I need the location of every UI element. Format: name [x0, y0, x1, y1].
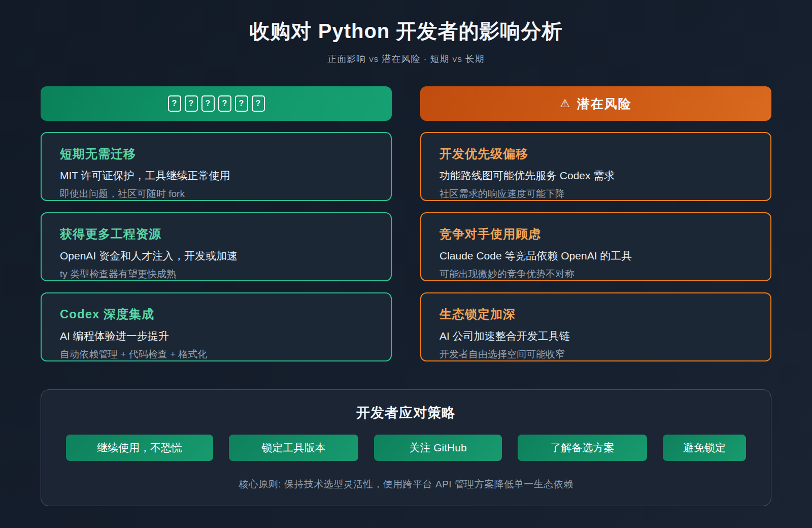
infographic-root: 收购对 Python 开发者的影响分析 正面影响 vs 潜在风险 · 短期 vs…: [0, 17, 812, 506]
page-title: 收购对 Python 开发者的影响分析: [41, 17, 771, 45]
card-title: 短期无需迁移: [60, 146, 373, 162]
card-note: ty 类型检查器有望更快成熟: [60, 268, 373, 281]
positive-card-short-term: 短期无需迁移 MIT 许可证保护，工具继续正常使用 即使出问题，社区可随时 fo…: [41, 132, 392, 201]
warning-icon: ⚠: [560, 97, 571, 110]
card-note: 可能出现微妙的竞争优势不对称: [439, 268, 752, 281]
positive-column: ? ? ? ? ? ? 短期无需迁移 MIT 许可证保护，工具继续正常使用 即使…: [41, 86, 392, 361]
card-title: 获得更多工程资源: [60, 226, 373, 242]
risk-card-competitor: 竞争对手使用顾虑 Claude Code 等竞品依赖 OpenAI 的工具 可能…: [420, 212, 771, 281]
risk-card-lockin: 生态锁定加深 AI 公司加速整合开发工具链 开发者自由选择空间可能收窄: [420, 292, 771, 361]
tofu-box-icon: ?: [218, 95, 231, 112]
tofu-box-icon: ?: [235, 95, 248, 112]
strategy-panel: 开发者应对策略 继续使用，不恐慌 锁定工具版本 关注 GitHub 了解备选方案…: [41, 389, 771, 506]
card-note: 开发者自由选择空间可能收窄: [439, 348, 752, 361]
card-description: OpenAI 资金和人才注入，开发或加速: [60, 249, 373, 263]
card-title: 开发优先级偏移: [439, 146, 752, 162]
strategy-button-pin-versions[interactable]: 锁定工具版本: [229, 435, 358, 461]
card-description: AI 公司加速整合开发工具链: [439, 329, 752, 343]
risk-column: ⚠ 潜在风险 开发优先级偏移 功能路线图可能优先服务 Codex 需求 社区需求…: [420, 86, 771, 361]
page-subtitle: 正面影响 vs 潜在风险 · 短期 vs 长期: [41, 53, 771, 65]
card-title: 竞争对手使用顾虑: [439, 226, 752, 242]
card-note: 即使出问题，社区可随时 fork: [60, 187, 373, 201]
card-title: Codex 深度集成: [60, 306, 373, 322]
missing-glyph-boxes: ? ? ? ? ? ?: [168, 95, 265, 112]
card-description: 功能路线图可能优先服务 Codex 需求: [439, 169, 752, 183]
tofu-box-icon: ?: [252, 95, 265, 112]
card-note: 社区需求的响应速度可能下降: [439, 187, 752, 201]
positive-card-codex: Codex 深度集成 AI 编程体验进一步提升 自动依赖管理 + 代码检查 + …: [41, 292, 392, 361]
strategy-button-keep-using[interactable]: 继续使用，不恐慌: [66, 435, 213, 461]
tofu-box-icon: ?: [168, 95, 181, 112]
strategy-title: 开发者应对策略: [41, 404, 771, 422]
risk-header: ⚠ 潜在风险: [420, 86, 771, 121]
strategy-button-alternatives[interactable]: 了解备选方案: [518, 435, 647, 461]
card-note: 自动依赖管理 + 代码检查 + 格式化: [60, 348, 373, 361]
card-description: MIT 许可证保护，工具继续正常使用: [60, 169, 373, 183]
tofu-box-icon: ?: [201, 95, 215, 112]
core-principle-text: 核心原则: 保持技术选型灵活性，使用跨平台 API 管理方案降低单一生态依赖: [41, 478, 771, 491]
strategy-button-watch-github[interactable]: 关注 GitHub: [374, 435, 502, 461]
tofu-box-icon: ?: [185, 95, 198, 112]
card-title: 生态锁定加深: [439, 306, 752, 322]
positive-card-resources: 获得更多工程资源 OpenAI 资金和人才注入，开发或加速 ty 类型检查器有望…: [41, 212, 392, 281]
risk-card-priority: 开发优先级偏移 功能路线图可能优先服务 Codex 需求 社区需求的响应速度可能…: [420, 132, 771, 201]
positive-header: ? ? ? ? ? ?: [41, 86, 392, 121]
card-description: Claude Code 等竞品依赖 OpenAI 的工具: [439, 249, 752, 263]
risk-header-label: 潜在风险: [577, 95, 632, 112]
strategy-button-avoid-lockin[interactable]: 避免锁定: [663, 435, 746, 461]
card-description: AI 编程体验进一步提升: [60, 329, 373, 343]
strategy-button-row: 继续使用，不恐慌 锁定工具版本 关注 GitHub 了解备选方案 避免锁定: [41, 435, 771, 461]
comparison-columns: ? ? ? ? ? ? 短期无需迁移 MIT 许可证保护，工具继续正常使用 即使…: [41, 86, 771, 361]
